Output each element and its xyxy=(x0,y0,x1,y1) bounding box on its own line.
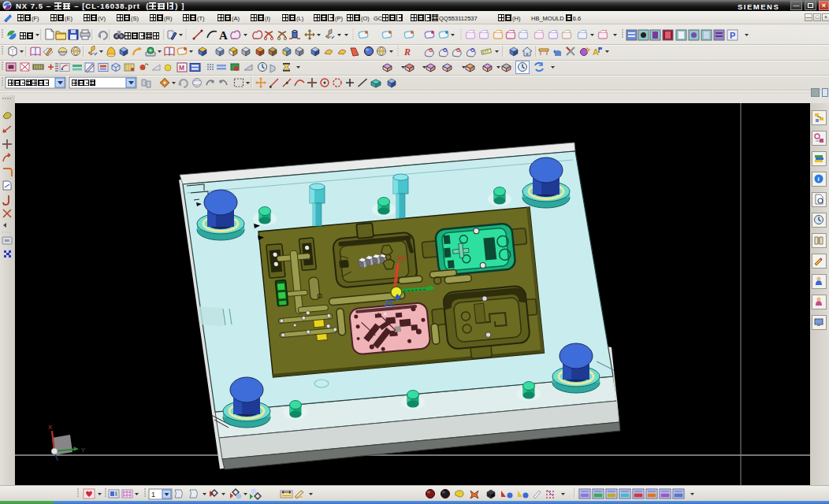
svg-text:1: 1 xyxy=(151,491,155,498)
